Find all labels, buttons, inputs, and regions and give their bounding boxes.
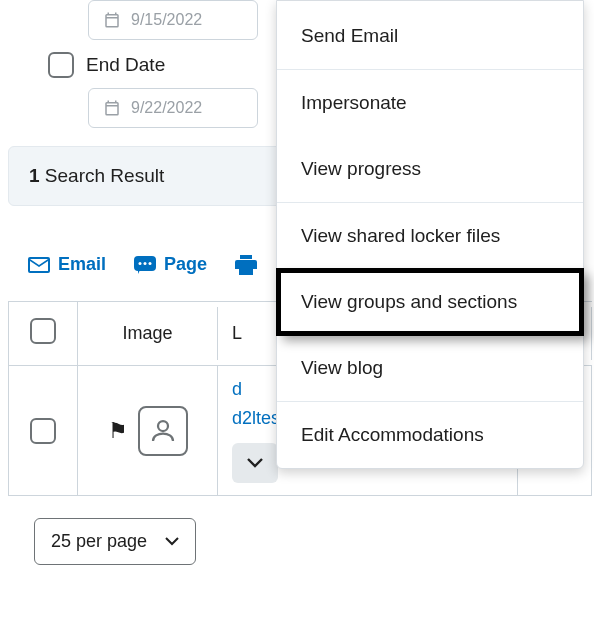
per-page-select[interactable]: 25 per page [34,518,196,565]
print-icon [235,255,257,275]
start-date-value: 9/15/2022 [131,11,202,29]
calendar-icon [103,99,121,117]
image-cell: ⚑ [78,366,218,495]
end-date-value: 9/22/2022 [131,99,202,117]
menu-view-groups-sections[interactable]: View groups and sections [277,269,583,335]
email-button[interactable]: Email [28,254,106,275]
svg-point-3 [149,262,152,265]
start-date-input[interactable]: 9/15/2022 [88,0,258,40]
page-label: Page [164,254,207,275]
menu-edit-accommodations[interactable]: Edit Accommodations [277,401,583,468]
email-icon [28,257,50,273]
per-page-label: 25 per page [51,531,147,552]
end-date-label: End Date [86,54,165,76]
menu-view-shared-locker[interactable]: View shared locker files [277,202,583,269]
pager: 25 per page [34,518,594,565]
chevron-down-icon [165,537,179,546]
menu-impersonate[interactable]: Impersonate [277,69,583,136]
flag-icon[interactable]: ⚑ [108,418,128,444]
menu-send-email[interactable]: Send Email [277,3,583,69]
menu-view-blog[interactable]: View blog [277,335,583,401]
end-date-input[interactable]: 9/22/2022 [88,88,258,128]
avatar[interactable] [138,406,188,456]
select-all-header [8,302,78,365]
image-header: Image [78,307,218,360]
svg-point-2 [144,262,147,265]
print-button[interactable] [235,255,257,275]
row-select-cell [8,366,78,495]
page-chat-icon [134,256,156,274]
person-icon [148,416,178,446]
chevron-down-icon [247,458,263,468]
expand-user-menu-button[interactable] [232,443,278,483]
user-context-menu: Send Email Impersonate View progress Vie… [276,0,584,469]
page-button[interactable]: Page [134,254,207,275]
search-result-text: 1 Search Result [29,165,164,187]
select-all-checkbox[interactable] [30,318,56,344]
svg-point-1 [139,262,142,265]
end-date-checkbox[interactable] [48,52,74,78]
email-label: Email [58,254,106,275]
row-checkbox[interactable] [30,418,56,444]
partial-name-above[interactable]: d [232,379,242,400]
menu-view-progress[interactable]: View progress [277,136,583,202]
calendar-icon [103,11,121,29]
